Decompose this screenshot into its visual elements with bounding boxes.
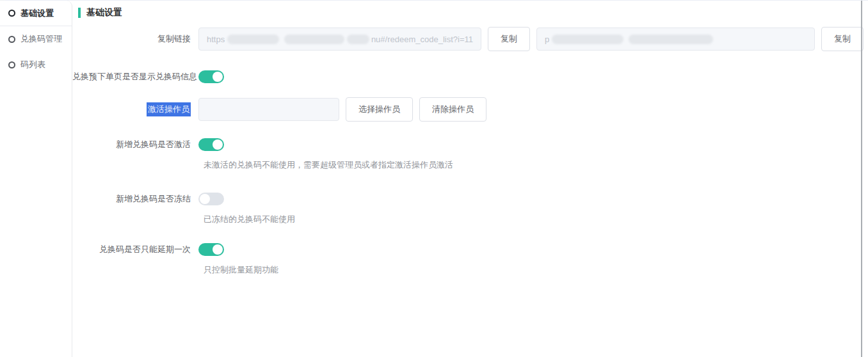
show-redeem-info-label: 兑换预下单页是否显示兑换码信息 [72,71,198,83]
settings-form: 复制链接 httpsnu#/redeem_code_list?i=11 复制 p… [72,27,868,276]
new-code-activated-toggle[interactable] [198,138,224,151]
copy-link-row: 复制链接 httpsnu#/redeem_code_list?i=11 复制 p… [72,27,868,51]
show-redeem-info-toggle[interactable] [198,70,224,83]
radio-circle-icon [8,10,15,17]
select-operator-button[interactable]: 选择操作员 [346,97,413,122]
redacted-url-segment [347,35,369,44]
toggle-knob [213,139,223,150]
redeem-url-input[interactable]: httpsnu#/redeem_code_list?i=11 [198,28,481,51]
toggle-knob [213,72,223,82]
redacted-url-segment [284,35,345,44]
url-suffix-text: nu#/redeem_code_list?i=11 [371,35,473,44]
section-header: 基础设置 [78,6,868,19]
show-redeem-info-row: 兑换预下单页是否显示兑换码信息 [72,70,868,83]
extend-once-only-toggle[interactable] [198,243,224,256]
code-prefix-text: p [545,35,549,44]
activate-operator-input[interactable] [198,98,339,121]
new-code-activated-row: 新增兑换码是否激活 [72,138,868,151]
redacted-code-segment [629,35,713,44]
redeem-code-input[interactable]: p [536,28,815,51]
section-title: 基础设置 [86,7,122,19]
extend-once-only-helper: 只控制批量延期功能 [204,264,868,276]
window-edge-line [861,1,862,357]
sidebar-item-label: 兑换码管理 [20,33,62,45]
sidebar: 基础设置 兑换码管理 码列表 [0,1,72,357]
toggle-knob [213,244,223,255]
clear-operator-button[interactable]: 清除操作员 [419,97,486,122]
copy-code-button[interactable]: 复制 [821,27,864,51]
url-prefix-text: https [207,35,225,44]
settings-page: 基础设置 兑换码管理 码列表 基础设置 复制链接 httpsnu#/redeem… [0,0,868,357]
radio-circle-icon [8,36,15,43]
main-content: 基础设置 复制链接 httpsnu#/redeem_code_list?i=11… [72,1,868,357]
new-code-frozen-toggle[interactable] [198,193,224,205]
new-code-frozen-row: 新增兑换码是否冻结 [72,193,868,205]
copy-url-button[interactable]: 复制 [488,27,530,51]
activate-operator-label-text: 激活操作员 [147,102,191,116]
new-code-frozen-label: 新增兑换码是否冻结 [72,193,198,205]
redacted-url-segment [227,35,278,44]
sidebar-item-redeem-code-management[interactable]: 兑换码管理 [0,26,72,52]
accent-bar [78,8,81,18]
redacted-code-segment [552,35,623,44]
extend-once-only-row: 兑换码是否只能延期一次 [72,243,868,256]
sidebar-item-basic-settings[interactable]: 基础设置 [0,1,72,26]
radio-circle-icon [8,61,15,68]
copy-link-label: 复制链接 [72,33,198,45]
activate-operator-row: 激活操作员 选择操作员 清除操作员 [72,97,868,122]
sidebar-item-code-list[interactable]: 码列表 [0,52,72,77]
new-code-activated-helper: 未激活的兑换码不能使用，需要超级管理员或者指定激活操作员激活 [204,159,868,171]
toggle-knob [200,194,210,204]
activate-operator-label: 激活操作员 [72,104,198,115]
extend-once-only-label: 兑换码是否只能延期一次 [72,244,198,255]
new-code-frozen-helper: 已冻结的兑换码不能使用 [204,214,868,225]
sidebar-item-label: 码列表 [20,59,45,70]
new-code-activated-label: 新增兑换码是否激活 [72,139,198,150]
sidebar-item-label: 基础设置 [20,8,54,19]
